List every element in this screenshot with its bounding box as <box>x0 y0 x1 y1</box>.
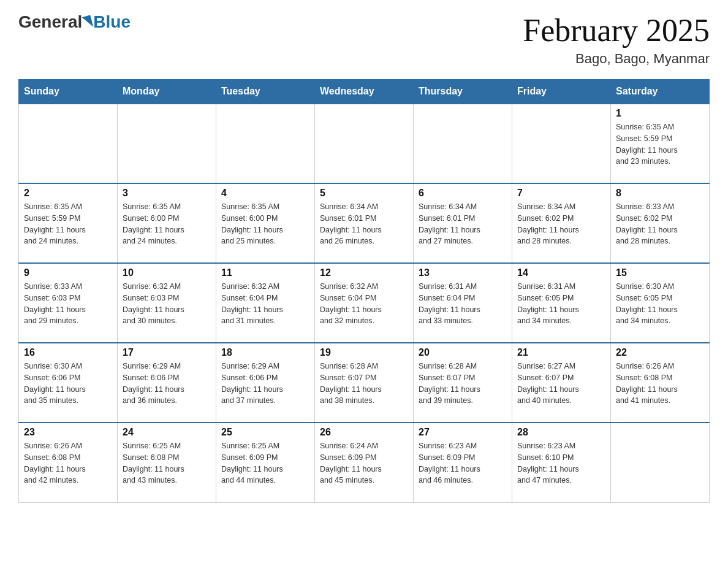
calendar-cell: 14Sunrise: 6:31 AMSunset: 6:05 PMDayligh… <box>512 263 611 343</box>
day-number: 25 <box>221 427 309 438</box>
day-number: 15 <box>616 267 704 278</box>
title-area: February 2025 Bago, Bago, Myanmar <box>523 12 710 67</box>
week-row-2: 2Sunrise: 6:35 AMSunset: 5:59 PMDaylight… <box>19 183 710 263</box>
calendar-cell: 23Sunrise: 6:26 AMSunset: 6:08 PMDayligh… <box>19 423 118 502</box>
calendar-cell <box>512 104 611 183</box>
weekday-header-sunday: Sunday <box>19 80 118 104</box>
calendar-cell: 6Sunrise: 6:34 AMSunset: 6:01 PMDaylight… <box>414 183 512 263</box>
weekday-header-monday: Monday <box>118 80 216 104</box>
day-number: 22 <box>616 347 704 358</box>
weekday-header-friday: Friday <box>512 80 611 104</box>
calendar-table: SundayMondayTuesdayWednesdayThursdayFrid… <box>18 79 710 503</box>
calendar-cell: 1Sunrise: 6:35 AMSunset: 5:59 PMDaylight… <box>611 104 710 183</box>
day-info: Sunrise: 6:33 AMSunset: 6:02 PMDaylight:… <box>616 201 704 247</box>
day-info: Sunrise: 6:25 AMSunset: 6:09 PMDaylight:… <box>221 440 309 486</box>
day-info: Sunrise: 6:35 AMSunset: 5:59 PMDaylight:… <box>616 121 704 167</box>
day-number: 14 <box>517 267 605 278</box>
day-info: Sunrise: 6:34 AMSunset: 6:01 PMDaylight:… <box>419 201 507 247</box>
day-number: 1 <box>616 108 704 119</box>
calendar-cell <box>315 104 414 183</box>
day-info: Sunrise: 6:31 AMSunset: 6:04 PMDaylight:… <box>419 281 507 327</box>
day-info: Sunrise: 6:30 AMSunset: 6:06 PMDaylight:… <box>24 361 112 407</box>
calendar-cell: 19Sunrise: 6:28 AMSunset: 6:07 PMDayligh… <box>315 343 414 423</box>
day-number: 9 <box>24 267 112 278</box>
week-row-3: 9Sunrise: 6:33 AMSunset: 6:03 PMDaylight… <box>19 263 710 343</box>
week-row-5: 23Sunrise: 6:26 AMSunset: 6:08 PMDayligh… <box>19 423 710 502</box>
calendar-cell: 7Sunrise: 6:34 AMSunset: 6:02 PMDaylight… <box>512 183 611 263</box>
day-info: Sunrise: 6:33 AMSunset: 6:03 PMDaylight:… <box>24 281 112 327</box>
day-number: 24 <box>123 427 211 438</box>
day-info: Sunrise: 6:32 AMSunset: 6:04 PMDaylight:… <box>320 281 408 327</box>
day-number: 28 <box>517 427 605 438</box>
day-number: 7 <box>517 188 605 199</box>
day-number: 18 <box>221 347 309 358</box>
day-info: Sunrise: 6:34 AMSunset: 6:02 PMDaylight:… <box>517 201 605 247</box>
day-number: 27 <box>419 427 507 438</box>
day-number: 20 <box>419 347 507 358</box>
day-number: 10 <box>123 267 211 278</box>
calendar-cell: 10Sunrise: 6:32 AMSunset: 6:03 PMDayligh… <box>118 263 216 343</box>
calendar-cell <box>414 104 512 183</box>
month-title: February 2025 <box>523 12 710 48</box>
calendar-cell: 16Sunrise: 6:30 AMSunset: 6:06 PMDayligh… <box>19 343 118 423</box>
day-number: 16 <box>24 347 112 358</box>
weekday-header-thursday: Thursday <box>414 80 512 104</box>
calendar-cell: 4Sunrise: 6:35 AMSunset: 6:00 PMDaylight… <box>216 183 315 263</box>
week-row-1: 1Sunrise: 6:35 AMSunset: 5:59 PMDaylight… <box>19 104 710 183</box>
day-info: Sunrise: 6:32 AMSunset: 6:03 PMDaylight:… <box>123 281 211 327</box>
day-info: Sunrise: 6:26 AMSunset: 6:08 PMDaylight:… <box>616 361 704 407</box>
calendar-cell: 21Sunrise: 6:27 AMSunset: 6:07 PMDayligh… <box>512 343 611 423</box>
weekday-header-saturday: Saturday <box>611 80 710 104</box>
day-number: 23 <box>24 427 112 438</box>
day-info: Sunrise: 6:25 AMSunset: 6:08 PMDaylight:… <box>123 440 211 486</box>
weekday-header-wednesday: Wednesday <box>315 80 414 104</box>
calendar-cell: 28Sunrise: 6:23 AMSunset: 6:10 PMDayligh… <box>512 423 611 502</box>
calendar-cell: 13Sunrise: 6:31 AMSunset: 6:04 PMDayligh… <box>414 263 512 343</box>
logo: General Blue <box>18 12 131 32</box>
logo-arrow-icon <box>82 15 94 29</box>
calendar-cell: 8Sunrise: 6:33 AMSunset: 6:02 PMDaylight… <box>611 183 710 263</box>
weekday-header-tuesday: Tuesday <box>216 80 315 104</box>
calendar-cell: 24Sunrise: 6:25 AMSunset: 6:08 PMDayligh… <box>118 423 216 502</box>
day-info: Sunrise: 6:35 AMSunset: 6:00 PMDaylight:… <box>123 201 211 247</box>
day-number: 26 <box>320 427 408 438</box>
calendar-cell: 25Sunrise: 6:25 AMSunset: 6:09 PMDayligh… <box>216 423 315 502</box>
calendar-cell <box>216 104 315 183</box>
calendar-cell: 11Sunrise: 6:32 AMSunset: 6:04 PMDayligh… <box>216 263 315 343</box>
day-info: Sunrise: 6:26 AMSunset: 6:08 PMDaylight:… <box>24 440 112 486</box>
calendar-cell: 17Sunrise: 6:29 AMSunset: 6:06 PMDayligh… <box>118 343 216 423</box>
calendar-cell: 9Sunrise: 6:33 AMSunset: 6:03 PMDaylight… <box>19 263 118 343</box>
calendar-cell: 5Sunrise: 6:34 AMSunset: 6:01 PMDaylight… <box>315 183 414 263</box>
location-title: Bago, Bago, Myanmar <box>523 51 710 67</box>
day-number: 21 <box>517 347 605 358</box>
day-info: Sunrise: 6:28 AMSunset: 6:07 PMDaylight:… <box>320 361 408 407</box>
day-info: Sunrise: 6:29 AMSunset: 6:06 PMDaylight:… <box>221 361 309 407</box>
day-number: 11 <box>221 267 309 278</box>
logo-blue-text: Blue <box>93 12 131 32</box>
calendar-cell: 3Sunrise: 6:35 AMSunset: 6:00 PMDaylight… <box>118 183 216 263</box>
day-info: Sunrise: 6:28 AMSunset: 6:07 PMDaylight:… <box>419 361 507 407</box>
day-info: Sunrise: 6:29 AMSunset: 6:06 PMDaylight:… <box>123 361 211 407</box>
day-info: Sunrise: 6:32 AMSunset: 6:04 PMDaylight:… <box>221 281 309 327</box>
day-number: 8 <box>616 188 704 199</box>
calendar-cell <box>118 104 216 183</box>
day-number: 17 <box>123 347 211 358</box>
calendar-cell: 18Sunrise: 6:29 AMSunset: 6:06 PMDayligh… <box>216 343 315 423</box>
day-number: 2 <box>24 188 112 199</box>
day-number: 4 <box>221 188 309 199</box>
calendar-cell <box>19 104 118 183</box>
calendar-cell: 15Sunrise: 6:30 AMSunset: 6:05 PMDayligh… <box>611 263 710 343</box>
day-number: 12 <box>320 267 408 278</box>
day-info: Sunrise: 6:23 AMSunset: 6:09 PMDaylight:… <box>419 440 507 486</box>
calendar-cell: 12Sunrise: 6:32 AMSunset: 6:04 PMDayligh… <box>315 263 414 343</box>
day-info: Sunrise: 6:35 AMSunset: 6:00 PMDaylight:… <box>221 201 309 247</box>
page-header: General Blue February 2025 Bago, Bago, M… <box>18 12 710 67</box>
calendar-cell: 20Sunrise: 6:28 AMSunset: 6:07 PMDayligh… <box>414 343 512 423</box>
day-info: Sunrise: 6:27 AMSunset: 6:07 PMDaylight:… <box>517 361 605 407</box>
day-info: Sunrise: 6:24 AMSunset: 6:09 PMDaylight:… <box>320 440 408 486</box>
calendar-cell <box>611 423 710 502</box>
logo-general-text: General <box>18 12 82 32</box>
day-info: Sunrise: 6:30 AMSunset: 6:05 PMDaylight:… <box>616 281 704 327</box>
calendar-cell: 2Sunrise: 6:35 AMSunset: 5:59 PMDaylight… <box>19 183 118 263</box>
day-number: 3 <box>123 188 211 199</box>
